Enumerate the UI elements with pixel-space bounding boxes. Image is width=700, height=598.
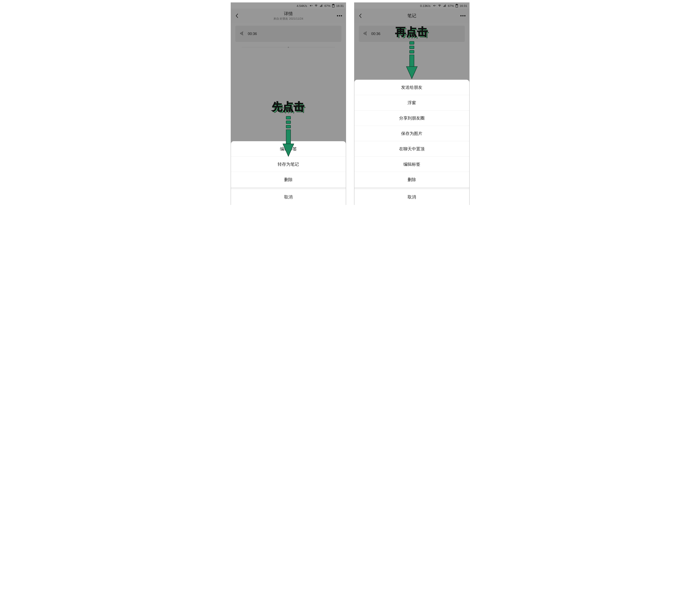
sheet-cancel-button[interactable]: 取消 [354, 189, 469, 205]
voice-message-card[interactable]: 00:36 [235, 26, 342, 42]
svg-rect-7 [409, 50, 414, 53]
more-button[interactable]: ••• [336, 12, 344, 20]
voice-message-card[interactable]: 00:36 [359, 26, 465, 42]
battery-icon [332, 4, 334, 7]
annotation-text: 先点击 [272, 100, 305, 114]
battery-icon [455, 4, 458, 7]
svg-rect-1 [286, 121, 291, 124]
svg-marker-9 [406, 67, 417, 79]
svg-rect-2 [286, 125, 291, 128]
sheet-gap [354, 187, 469, 189]
status-bar: 0.13K/s 67% 16:31 [354, 3, 469, 9]
voice-duration: 00:36 [248, 32, 257, 36]
app-header: 详情 来自 好朋友 2021/11/24 ••• [231, 9, 346, 23]
sound-wave-icon [363, 31, 368, 36]
sheet-item-float-window[interactable]: 浮窗 [354, 95, 469, 110]
svg-rect-5 [409, 42, 414, 44]
sheet-item-share-moments[interactable]: 分享到朋友圈 [354, 110, 469, 126]
page-title: 详情 [241, 11, 336, 17]
sheet-gap [231, 187, 346, 189]
svg-rect-6 [409, 46, 414, 49]
sheet-item-delete[interactable]: 删除 [231, 172, 346, 187]
wifi-icon [438, 4, 441, 7]
more-button[interactable]: ••• [459, 12, 467, 20]
screenshot-left: 4.54K/s 67% 16:31 详情 来自 好朋友 2021/11/24 [231, 2, 346, 205]
net-speed: 4.54K/s [297, 4, 307, 7]
screenshot-right: 0.13K/s 67% 16:31 笔记 ••• [354, 2, 470, 205]
status-bar: 4.54K/s 67% 16:31 [231, 3, 346, 9]
mute-icon [433, 4, 436, 7]
back-button[interactable] [233, 12, 241, 20]
action-sheet: 编辑标签 转存为笔记 删除 取消 [231, 141, 346, 205]
page-title: 笔记 [364, 13, 459, 19]
voice-duration: 00:36 [371, 32, 380, 36]
sheet-item-save-as-image[interactable]: 保存为图片 [354, 126, 469, 141]
sheet-item-delete[interactable]: 删除 [354, 172, 469, 187]
battery-text: 67% [324, 4, 330, 7]
net-speed: 0.13K/s [420, 4, 430, 7]
sheet-item-send-to-friend[interactable]: 发送给朋友 [354, 80, 469, 95]
page-subtitle: 来自 好朋友 2021/11/24 [241, 17, 336, 21]
signal-icon [443, 4, 446, 7]
sheet-cancel-button[interactable]: 取消 [231, 189, 346, 205]
clock-text: 16:31 [336, 4, 344, 7]
arrow-down-icon [405, 41, 419, 80]
svg-rect-0 [286, 116, 291, 119]
sound-wave-icon [240, 31, 244, 36]
wifi-icon [314, 4, 318, 7]
sheet-item-edit-tag[interactable]: 编辑标签 [231, 141, 346, 156]
clock-text: 16:31 [459, 4, 467, 7]
signal-icon [320, 4, 323, 7]
svg-rect-8 [409, 55, 414, 67]
back-button[interactable] [357, 12, 364, 20]
battery-text: 67% [448, 4, 454, 7]
sheet-item-save-as-note[interactable]: 转存为笔记 [231, 156, 346, 172]
action-sheet: 发送给朋友 浮窗 分享到朋友圈 保存为图片 在聊天中置顶 编辑标签 删除 取消 [354, 80, 469, 205]
sheet-item-pin-in-chat[interactable]: 在聊天中置顶 [354, 141, 469, 156]
mute-icon [309, 4, 312, 7]
sheet-item-edit-tag[interactable]: 编辑标签 [354, 156, 469, 172]
app-header: 笔记 ••• [354, 9, 469, 23]
